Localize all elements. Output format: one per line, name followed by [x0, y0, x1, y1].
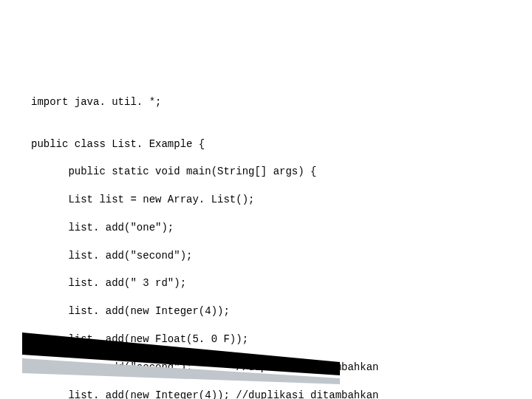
code-line-1: import java. util. *; [31, 95, 378, 109]
code-line-6: list. add("one"); [31, 221, 378, 235]
code-line-8: list. add(" 3 rd"); [31, 276, 378, 290]
code-line-11: list. add("second"); //duplikasi ditamba… [31, 361, 378, 375]
code-block: import java. util. *; public class List.… [31, 81, 378, 399]
code-line-10: list. add(new Float(5. 0 F)); [31, 332, 378, 347]
code-line-5: List list = new Array. List(); [31, 193, 378, 207]
code-line-9: list. add(new Integer(4)); [31, 304, 378, 318]
code-line-12: list. add(new Integer(4)); //duplikasi d… [31, 389, 378, 399]
code-line-4: public static void main(String[] args) { [31, 165, 378, 179]
code-line-3: public class List. Example { [31, 137, 378, 151]
code-line-7: list. add("second"); [31, 249, 378, 263]
